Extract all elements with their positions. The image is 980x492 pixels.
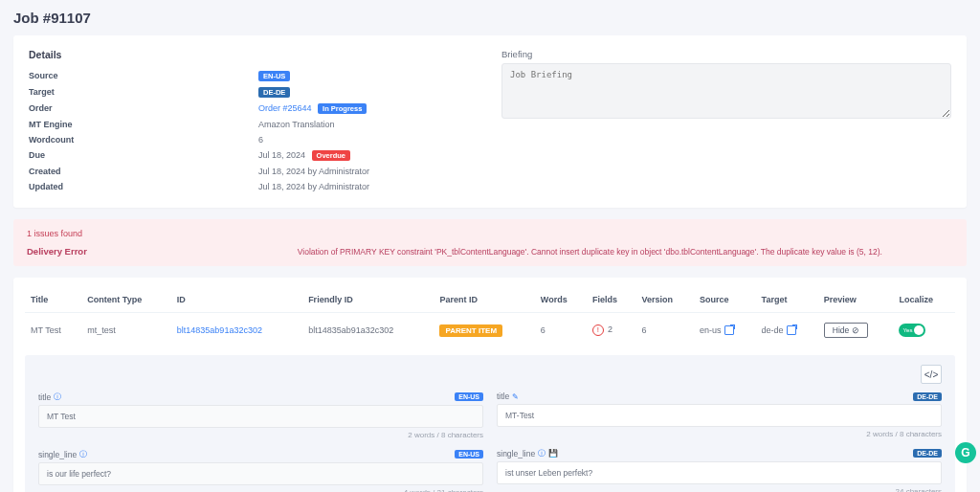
src-single-count: 4 words / 21 characters — [38, 488, 483, 492]
alert-count: 1 issues found — [27, 229, 953, 238]
cell-source: en-us — [700, 325, 722, 335]
cell-ctype: mt_test — [81, 313, 171, 348]
code-icon: </> — [924, 369, 938, 380]
content-table: Title Content Type ID Friendly ID Parent… — [25, 287, 955, 347]
target-pane: title✎ DE-DE 2 words / 8 characters sing… — [497, 391, 942, 492]
src-title-label: title — [38, 392, 51, 402]
tgt-title-input[interactable] — [497, 404, 942, 427]
th-source[interactable]: Source — [694, 287, 756, 313]
value-updated: Jul 18, 2024 by Administrator — [258, 182, 369, 191]
th-ctype[interactable]: Content Type — [81, 287, 171, 313]
code-view-button[interactable]: </> — [921, 365, 942, 384]
order-link[interactable]: Order #25644 — [258, 103, 312, 113]
info-icon[interactable]: ⓘ — [79, 449, 87, 459]
row-target: Target DE-DE — [29, 84, 479, 101]
label-created: Created — [29, 167, 258, 176]
src-title-input — [38, 405, 483, 428]
value-mt: Amazon Translation — [258, 120, 335, 129]
hide-button[interactable]: Hide ⊘ — [824, 323, 868, 338]
overdue-badge: Overdue — [312, 150, 350, 161]
th-title[interactable]: Title — [25, 287, 81, 313]
localize-toggle[interactable]: Yes — [899, 324, 925, 337]
grammarly-icon[interactable]: G — [955, 442, 976, 463]
src-lang-tag: EN-US — [455, 392, 483, 401]
warning-icon: ! — [592, 324, 604, 336]
label-wc: Wordcount — [29, 135, 258, 145]
th-fields[interactable]: Fields — [587, 287, 636, 313]
info-icon[interactable]: ⓘ — [538, 448, 546, 458]
details-card: Details Source EN-US Target DE-DE Order … — [13, 35, 967, 208]
th-preview[interactable]: Preview — [818, 287, 894, 313]
tgt-title-label: title — [497, 391, 509, 401]
value-created: Jul 18, 2024 by Administrator — [258, 167, 369, 176]
src-single-input — [38, 462, 483, 485]
row-source: Source EN-US — [29, 68, 479, 84]
page-title: Job #91107 — [13, 10, 967, 26]
source-external-link[interactable] — [722, 325, 734, 335]
eye-off-icon: ⊘ — [852, 325, 859, 335]
parent-item-badge: PARENT ITEM — [439, 324, 502, 337]
info-icon[interactable]: ⓘ — [54, 391, 61, 402]
edit-icon[interactable]: ✎ — [512, 392, 519, 401]
src-title-count: 2 words / 8 characters — [38, 431, 483, 439]
briefing-textarea[interactable] — [501, 63, 951, 119]
th-words[interactable]: Words — [535, 287, 587, 313]
label-order: Order — [29, 103, 258, 114]
label-target: Target — [29, 87, 258, 98]
alert-card: 1 issues found Delivery Error Violation … — [13, 219, 967, 266]
alert-title: Delivery Error — [27, 246, 87, 257]
cell-fid: blt14835ab91a32c302 — [302, 313, 434, 348]
tgt-lang-tag-2: DE-DE — [913, 449, 942, 458]
th-pid[interactable]: Parent ID — [434, 287, 534, 313]
cell-words: 6 — [535, 313, 587, 348]
label-source: Source — [29, 71, 258, 81]
value-wc: 6 — [258, 135, 263, 145]
th-id[interactable]: ID — [171, 287, 302, 313]
cell-id-link[interactable]: blt14835ab91a32c302 — [177, 325, 262, 335]
external-link-icon — [724, 325, 734, 335]
cell-target: de-de — [762, 325, 784, 335]
row-wordcount: Wordcount 6 — [29, 132, 479, 147]
th-target[interactable]: Target — [756, 287, 818, 313]
table-row: MT Test mt_test blt14835ab91a32c302 blt1… — [25, 313, 955, 348]
save-icon[interactable]: 💾 — [548, 449, 558, 458]
details-heading: Details — [29, 49, 479, 60]
th-fid[interactable]: Friendly ID — [302, 287, 434, 313]
th-version[interactable]: Version — [636, 287, 694, 313]
content-card: Title Content Type ID Friendly ID Parent… — [13, 278, 967, 492]
target-badge: DE-DE — [258, 87, 290, 98]
source-badge: EN-US — [258, 71, 290, 81]
tgt-single-label: single_line — [497, 449, 535, 458]
tgt-single-count: 24 characters — [497, 487, 942, 492]
tgt-title-count: 2 words / 8 characters — [497, 430, 942, 438]
target-external-link[interactable] — [784, 325, 796, 335]
cell-title: MT Test — [25, 313, 81, 348]
row-mt-engine: MT Engine Amazon Translation — [29, 117, 479, 132]
src-single-label: single_line — [38, 450, 77, 459]
cell-version: 6 — [636, 313, 694, 348]
tgt-single-input[interactable] — [497, 461, 942, 484]
th-localize[interactable]: Localize — [893, 287, 955, 313]
cell-fields: 2 — [608, 324, 612, 334]
alert-message: Violation of PRIMARY KEY constraint 'PK_… — [298, 247, 882, 257]
label-due: Due — [29, 150, 258, 161]
label-updated: Updated — [29, 182, 258, 191]
value-due: Jul 18, 2024 — [258, 150, 305, 160]
editor-area: </> titleⓘ EN-US 2 words / 8 characters — [25, 355, 955, 492]
row-order: Order Order #25644 In Progress — [29, 101, 479, 117]
source-pane: titleⓘ EN-US 2 words / 8 characters sing… — [38, 391, 483, 492]
briefing-label: Briefing — [501, 49, 951, 59]
row-updated: Updated Jul 18, 2024 by Administrator — [29, 179, 479, 194]
src-lang-tag-2: EN-US — [455, 450, 483, 458]
order-status-badge: In Progress — [318, 103, 367, 114]
external-link-icon — [787, 325, 796, 335]
row-created: Created Jul 18, 2024 by Administrator — [29, 164, 479, 179]
tgt-lang-tag: DE-DE — [913, 392, 942, 401]
row-due: Due Jul 18, 2024 Overdue — [29, 147, 479, 164]
label-mt: MT Engine — [29, 120, 258, 129]
